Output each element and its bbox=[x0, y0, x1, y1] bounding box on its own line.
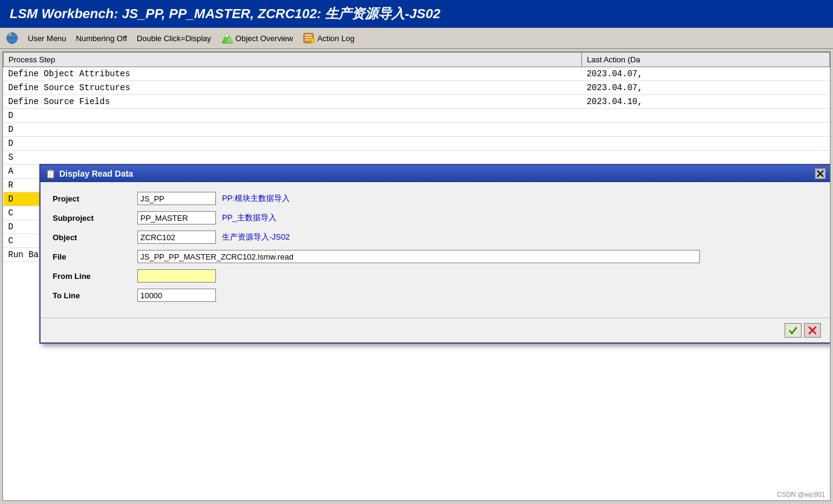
project-description: PP:模块主数据导入 bbox=[222, 193, 290, 204]
svg-marker-7 bbox=[225, 33, 229, 37]
object-input[interactable] bbox=[137, 231, 216, 244]
process-step-cell: D bbox=[4, 137, 582, 151]
file-row: File bbox=[53, 250, 818, 263]
title-bar: LSM Workbench: JS_PP, PP_MASTER, ZCRC102… bbox=[0, 0, 833, 28]
to-line-input[interactable] bbox=[137, 289, 216, 302]
last-action-cell: 2023.04.07, bbox=[582, 81, 830, 95]
subproject-label: Subproject bbox=[53, 214, 137, 223]
last-action-cell: 2023.04.07, bbox=[582, 67, 830, 81]
object-overview-item[interactable]: Object Overview bbox=[217, 30, 296, 46]
project-label: Project bbox=[53, 194, 137, 203]
dialog-footer bbox=[41, 318, 831, 342]
object-row: Object 生产资源导入-JS02 bbox=[53, 231, 818, 244]
subproject-row: Subproject PP_主数据导入 bbox=[53, 211, 818, 224]
cancel-button[interactable] bbox=[804, 323, 821, 338]
table-row[interactable]: D bbox=[4, 123, 830, 137]
table-row[interactable]: D bbox=[4, 137, 830, 151]
last-action-cell bbox=[582, 151, 830, 165]
dialog-title-text: Display Read Data bbox=[59, 169, 133, 178]
from-line-label: From Line bbox=[53, 272, 137, 281]
ok-button[interactable] bbox=[785, 323, 802, 338]
table-row[interactable]: Define Source Fields 2023.04.10, bbox=[4, 95, 830, 109]
table-row[interactable]: Define Object Attributes 2023.04.07, bbox=[4, 67, 830, 81]
svg-rect-10 bbox=[305, 37, 312, 38]
project-input[interactable] bbox=[137, 192, 216, 205]
app-title: LSM Workbench: JS_PP, PP_MASTER, ZCRC102… bbox=[10, 6, 440, 21]
from-line-input[interactable] bbox=[137, 269, 216, 283]
last-action-cell: 2023.04.10, bbox=[582, 95, 830, 109]
double-click-display-item[interactable]: Double Click=Display bbox=[133, 32, 215, 45]
process-step-cell: S bbox=[4, 151, 582, 165]
svg-point-4 bbox=[9, 33, 11, 36]
last-action-cell bbox=[582, 109, 830, 123]
to-line-row: To Line bbox=[53, 289, 818, 302]
svg-rect-11 bbox=[305, 39, 310, 41]
svg-rect-9 bbox=[305, 34, 312, 36]
object-label: Object bbox=[53, 233, 137, 242]
process-step-cell: Define Source Fields bbox=[4, 95, 582, 109]
dialog-icon: 📋 bbox=[45, 169, 56, 178]
object-description: 生产资源导入-JS02 bbox=[222, 232, 290, 243]
last-action-cell bbox=[582, 123, 830, 137]
dialog-box: 📋 Display Read Data Project PP:模块主数据导入 S… bbox=[39, 164, 831, 344]
user-menu-item[interactable]: User Menu bbox=[24, 32, 70, 45]
dialog-titlebar: 📋 Display Read Data bbox=[41, 165, 831, 182]
process-step-cell: D bbox=[4, 123, 582, 137]
to-line-label: To Line bbox=[53, 291, 137, 300]
file-label: File bbox=[53, 252, 137, 261]
process-step-cell: D bbox=[4, 109, 582, 123]
dialog-close-button[interactable] bbox=[815, 168, 826, 179]
table-row[interactable]: D bbox=[4, 109, 830, 123]
dialog-title-left: 📋 Display Read Data bbox=[45, 169, 133, 178]
file-input[interactable] bbox=[137, 250, 700, 263]
globe-icon bbox=[5, 31, 19, 45]
table-row[interactable]: Define Source Structures 2023.04.07, bbox=[4, 81, 830, 95]
from-line-row: From Line bbox=[53, 269, 818, 283]
subproject-input[interactable] bbox=[137, 211, 216, 224]
main-content: Process Step Last Action (Da Define Obje… bbox=[2, 51, 831, 501]
mountain-icon bbox=[221, 32, 233, 44]
menu-bar: User Menu Numbering Off Double Click=Dis… bbox=[0, 28, 833, 49]
action-log-item[interactable]: ! Action Log bbox=[299, 30, 358, 46]
action-log-icon: ! bbox=[302, 32, 315, 44]
table-row[interactable]: S bbox=[4, 151, 830, 165]
last-action-cell bbox=[582, 137, 830, 151]
numbering-off-item[interactable]: Numbering Off bbox=[73, 32, 131, 45]
project-row: Project PP:模块主数据导入 bbox=[53, 192, 818, 205]
subproject-description: PP_主数据导入 bbox=[222, 212, 276, 223]
process-step-cell: Define Source Structures bbox=[4, 81, 582, 95]
dialog-body: Project PP:模块主数据导入 Subproject PP_主数据导入 O… bbox=[41, 182, 831, 318]
col-header-process-step: Process Step bbox=[4, 53, 582, 67]
col-header-last-action: Last Action (Da bbox=[582, 53, 830, 67]
watermark: CSDN @wjc801 bbox=[777, 491, 825, 498]
process-step-cell: Define Object Attributes bbox=[4, 67, 582, 81]
